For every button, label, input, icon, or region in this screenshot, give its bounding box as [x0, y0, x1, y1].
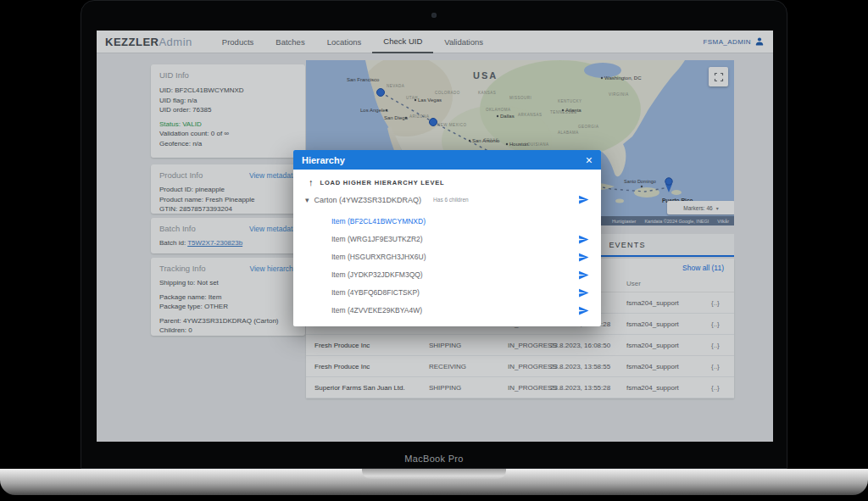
product-gtin: GTIN: 28578573393204: [159, 204, 297, 214]
uid-order: UID order: 76385: [159, 105, 297, 115]
card-title: Product Info: [159, 170, 203, 180]
json-payload-link[interactable]: {..}: [711, 342, 720, 349]
package-name: Package name: Item: [159, 292, 297, 303]
table-row[interactable]: Fresh Produce Inc RECEIVING IN_PROGRESS …: [306, 356, 734, 377]
product-id: Product ID: pineapple: [159, 185, 297, 195]
uid-flag: UID flag: n/a: [159, 96, 297, 106]
hierarchy-modal: Hierarchy × ↑ LOAD HIGHER HIERARCHY LEVE…: [293, 150, 601, 326]
hierarchy-item[interactable]: Item (4ZVVEKE29KBYA4W): [331, 302, 589, 319]
batch-id-link[interactable]: T5W2X7-230823b: [187, 239, 242, 247]
svg-text:ARKANSAS: ARKANSAS: [518, 113, 542, 117]
svg-text:Santo Domingo: Santo Domingo: [624, 179, 656, 184]
svg-text:Las Vegas: Las Vegas: [418, 97, 442, 103]
batch-info-card: Batch Info View metadata Batch id: T5W2X…: [151, 218, 305, 253]
keyboard-shortcuts-link[interactable]: Hurtigtaster: [612, 219, 636, 224]
uid-status: Status: VALID: [159, 120, 297, 130]
parent-uid: Parent: 4YWZ3SR31DKDRAQ (Carton): [159, 316, 297, 326]
children-note: Has 6 children: [433, 197, 469, 203]
goto-item-icon[interactable]: [578, 234, 589, 245]
batch-id-label: Batch id:: [159, 239, 187, 247]
show-all-link[interactable]: Show all (11): [682, 264, 724, 272]
product-name: Product name: Fresh Pineapple: [159, 195, 297, 205]
json-payload-link[interactable]: {..}: [711, 299, 720, 307]
svg-text:Los Angeles: Los Angeles: [360, 108, 388, 113]
view-metadata-link[interactable]: View metadata: [249, 225, 297, 233]
json-payload-link[interactable]: {..}: [711, 384, 720, 392]
hierarchy-item[interactable]: Item (4YBFQ6D8FICTSKP): [331, 284, 589, 301]
json-payload-link[interactable]: {..}: [711, 363, 720, 370]
svg-text:Washington, DC: Washington, DC: [604, 75, 642, 81]
svg-text:Houston: Houston: [509, 142, 528, 147]
markers-label: Markers: 46: [683, 205, 712, 211]
validation-count: Validation count: 0 of ∞: [159, 129, 297, 139]
goto-item-icon[interactable]: [578, 270, 589, 281]
brand-suffix: Admin: [159, 36, 192, 48]
shipping-to: Shipping to: Not set: [159, 278, 297, 288]
user-menu[interactable]: FSMA_ADMIN: [704, 36, 765, 47]
nav-check-uid[interactable]: Check UID: [372, 31, 433, 53]
svg-text:Dallas: Dallas: [500, 114, 515, 119]
map-data-credit: Kartdata ©2024 Google, INEGI: [644, 219, 709, 224]
goto-item-icon[interactable]: [578, 194, 589, 205]
laptop-base: [0, 469, 868, 495]
user-column-header: User: [626, 280, 641, 287]
goto-item-icon[interactable]: [578, 287, 589, 298]
arrow-up-icon: ↑: [309, 177, 314, 187]
card-title: Batch Info: [159, 224, 196, 233]
nav-locations[interactable]: Locations: [316, 31, 373, 53]
json-payload-link[interactable]: {..}: [711, 320, 720, 328]
view-metadata-link[interactable]: View metadata: [249, 171, 297, 180]
close-icon[interactable]: ×: [586, 154, 593, 166]
app-header: KEZZLER Admin Products Batches Locations…: [97, 31, 773, 53]
app-window: KEZZLER Admin Products Batches Locations…: [97, 31, 773, 442]
svg-text:San Antonio: San Antonio: [472, 138, 500, 143]
svg-text:OKLAHOMA: OKLAHOMA: [486, 108, 511, 112]
brand-logo: KEZZLER: [105, 36, 159, 48]
svg-text:MISSOURI: MISSOURI: [509, 96, 531, 100]
laptop-notch: [362, 469, 506, 479]
goto-item-icon[interactable]: [578, 252, 589, 263]
nav-validations[interactable]: Validations: [433, 31, 494, 53]
svg-text:San Diego: San Diego: [384, 115, 409, 120]
children-count: Children: 0: [159, 326, 297, 336]
load-higher-button[interactable]: ↑ LOAD HIGHER HIERARCHY LEVEL: [309, 177, 444, 187]
terms-link[interactable]: Vilkår: [717, 219, 729, 224]
svg-text:KENTUCKY: KENTUCKY: [558, 99, 582, 103]
product-info-card: Product Info View metadata Product ID: p…: [151, 164, 305, 214]
table-row[interactable]: Fresh Produce Inc SHIPPING IN_PROGRESS 2…: [306, 335, 734, 356]
hierarchy-root-row[interactable]: ▾ Carton (4YWZ3SR31DKDRAQ) Has 6 childre…: [305, 194, 589, 205]
svg-text:COLORADO: COLORADO: [435, 91, 460, 95]
svg-text:San Francisco: San Francisco: [347, 77, 380, 82]
svg-text:NEVADA: NEVADA: [387, 84, 404, 88]
view-hierarchy-link[interactable]: View hierarchy: [249, 264, 297, 273]
svg-text:GEORGIA: GEORGIA: [578, 125, 599, 129]
country-label: USA: [473, 70, 498, 81]
macbook-mockup: KEZZLER Admin Products Batches Locations…: [0, 0, 868, 501]
uid-value: UID: BF2CL41BWCYMNXD: [159, 86, 297, 96]
svg-text:ARIZONA: ARIZONA: [409, 114, 430, 119]
card-title: UID Info: [159, 70, 297, 80]
svg-text:NEW MEXICO: NEW MEXICO: [437, 123, 467, 127]
markers-dropdown[interactable]: Markers: 46 ▾: [667, 201, 734, 214]
nav-batches[interactable]: Batches: [264, 31, 315, 53]
caret-down-icon: ▾: [716, 205, 719, 211]
goto-item-icon[interactable]: [578, 305, 589, 316]
modal-header: Hierarchy ×: [293, 150, 601, 170]
svg-text:VIRGINIA: VIRGINIA: [609, 92, 629, 97]
hierarchy-item[interactable]: Item (HSGURXRGH3JHX6U): [331, 248, 589, 265]
person-icon: [754, 36, 765, 47]
main-nav: Products Batches Locations Check UID Val…: [211, 31, 494, 53]
hierarchy-item[interactable]: Item (WRG1JF9E3UTKZR2): [331, 231, 589, 248]
hierarchy-item[interactable]: Item (JYDKP32JDKFM3QQ): [331, 266, 589, 283]
package-type: Package type: OTHER: [159, 302, 297, 312]
nav-products[interactable]: Products: [211, 31, 265, 53]
laptop-screen: KEZZLER Admin Products Batches Locations…: [81, 0, 787, 469]
caret-down-icon: ▾: [305, 196, 309, 204]
card-title: Tracking Info: [159, 264, 206, 273]
tracking-info-card: Tracking Info View hierarchy Shipping to…: [151, 258, 305, 336]
table-row[interactable]: Superior Farms San Juan Ltd. SHIPPING IN…: [306, 377, 734, 398]
hierarchy-item[interactable]: Item (BF2CL41BWCYMNXD): [331, 213, 589, 230]
fullscreen-button[interactable]: [709, 67, 728, 86]
modal-title: Hierarchy: [302, 155, 345, 165]
fullscreen-icon: [714, 72, 724, 82]
